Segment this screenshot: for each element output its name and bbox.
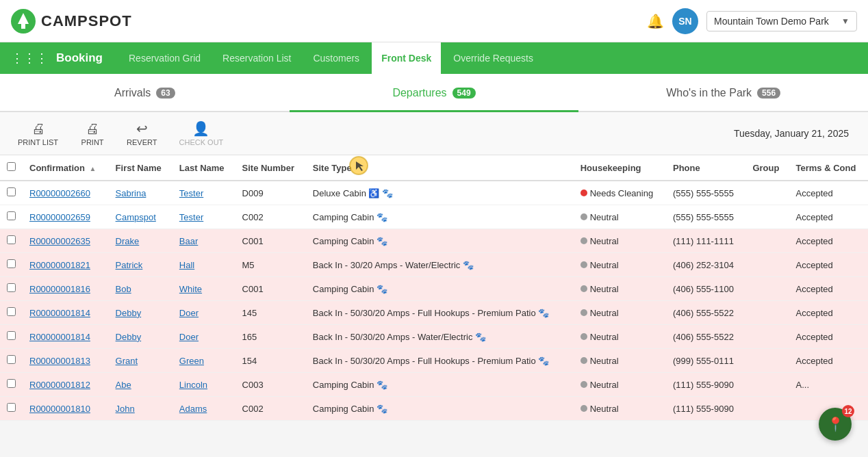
header-confirmation[interactable]: Confirmation ▲ xyxy=(23,155,109,181)
row-checkbox[interactable] xyxy=(7,307,16,316)
confirmation-link[interactable]: R00000001810 xyxy=(29,404,90,414)
row-checkbox[interactable] xyxy=(7,259,16,268)
nav-item-customers[interactable]: Customers xyxy=(303,42,369,74)
first-name-link[interactable]: Abe xyxy=(116,380,131,390)
grid-icon[interactable]: ⋮⋮⋮ xyxy=(11,51,48,66)
row-checkbox-cell[interactable] xyxy=(0,349,23,373)
chevron-down-icon: ▼ xyxy=(841,16,850,26)
cell-last-name: Tester xyxy=(173,205,235,229)
first-name-link[interactable]: Drake xyxy=(116,236,140,246)
logo-area: CAMPSPOT xyxy=(11,9,132,34)
nav-item-reservation-list[interactable]: Reservation List xyxy=(213,42,301,74)
table-row: R00000001814DebbyDoer145Back In - 50/30/… xyxy=(0,301,868,325)
check-out-button[interactable]: 👤 CHECK OUT xyxy=(170,116,233,151)
tab-arrivals[interactable]: Arrivals 63 xyxy=(0,75,290,112)
row-checkbox[interactable] xyxy=(7,331,16,340)
last-name-link[interactable]: Doer xyxy=(179,308,199,318)
header-terms[interactable]: Terms & Cond xyxy=(789,155,868,181)
print-label: PRINT xyxy=(81,138,104,146)
row-checkbox-cell[interactable] xyxy=(0,253,23,277)
row-checkbox-cell[interactable] xyxy=(0,181,23,205)
row-checkbox-cell[interactable] xyxy=(0,205,23,229)
header-phone[interactable]: Phone xyxy=(666,155,745,181)
header-site-type[interactable]: Site Type xyxy=(306,155,574,181)
row-checkbox[interactable] xyxy=(7,355,16,364)
cell-site-number: 165 xyxy=(235,325,306,349)
first-name-link[interactable]: Sabrina xyxy=(116,188,146,198)
first-name-link[interactable]: John xyxy=(116,404,135,414)
cell-last-name: White xyxy=(173,277,235,301)
first-name-link[interactable]: Bob xyxy=(116,284,131,294)
avatar[interactable]: SN xyxy=(672,8,698,34)
table-row: R00000001813GrantGreen154Back In - 50/30… xyxy=(0,349,868,373)
last-name-link[interactable]: Baar xyxy=(179,236,198,246)
last-name-link[interactable]: Lincoln xyxy=(179,380,207,390)
tabs: Arrivals 63 Departures 549 Who's in the … xyxy=(0,74,868,112)
cell-group xyxy=(745,301,789,325)
first-name-link[interactable]: Debby xyxy=(116,332,142,342)
row-checkbox-cell[interactable] xyxy=(0,373,23,397)
cell-group xyxy=(745,397,789,421)
last-name-link[interactable]: Tester xyxy=(179,188,203,198)
header-housekeeping[interactable]: Housekeeping xyxy=(574,155,666,181)
row-checkbox[interactable] xyxy=(7,379,16,388)
tab-whos-in-park[interactable]: Who's in the Park 556 xyxy=(578,75,868,112)
cell-confirmation: R00000001816 xyxy=(23,277,109,301)
confirmation-link[interactable]: R00000001812 xyxy=(29,380,90,390)
print-button[interactable]: 🖨 PRINT xyxy=(71,117,114,151)
nav-item-override-requests[interactable]: Override Requests xyxy=(444,42,543,74)
row-checkbox[interactable] xyxy=(7,187,16,196)
first-name-link[interactable]: Grant xyxy=(116,356,138,366)
header-first-name[interactable]: First Name xyxy=(109,155,173,181)
cell-phone: (406) 555-5522 xyxy=(666,325,745,349)
row-checkbox[interactable] xyxy=(7,235,16,244)
map-pin-badge: 12 xyxy=(842,405,854,417)
header-checkbox-cell xyxy=(0,155,23,181)
row-checkbox[interactable] xyxy=(7,211,16,220)
last-name-link[interactable]: Tester xyxy=(179,212,203,222)
nav-item-reservation-grid[interactable]: Reservation Grid xyxy=(119,42,210,74)
housekeeping-status: Neutral xyxy=(590,356,619,366)
last-name-link[interactable]: Green xyxy=(179,356,204,366)
confirmation-link[interactable]: R00000001814 xyxy=(29,308,90,318)
first-name-link[interactable]: Debby xyxy=(116,308,142,318)
last-name-link[interactable]: Doer xyxy=(179,332,199,342)
last-name-link[interactable]: Hall xyxy=(179,260,194,270)
print-list-icon: 🖨 xyxy=(31,121,45,137)
confirmation-link[interactable]: R00000002659 xyxy=(29,212,90,222)
park-selector[interactable]: Mountain Town Demo Park ▼ xyxy=(706,11,857,31)
cell-housekeeping: Needs Cleaning xyxy=(574,181,666,205)
row-checkbox-cell[interactable] xyxy=(0,301,23,325)
row-checkbox-cell[interactable] xyxy=(0,277,23,301)
row-checkbox-cell[interactable] xyxy=(0,229,23,253)
bell-icon[interactable]: 🔔 xyxy=(647,14,664,29)
last-name-link[interactable]: White xyxy=(179,284,202,294)
first-name-link[interactable]: Patrick xyxy=(116,260,143,270)
nav-item-front-desk[interactable]: Front Desk xyxy=(372,42,441,74)
revert-button[interactable]: ↩ REVERT xyxy=(117,116,166,151)
confirmation-link[interactable]: R00000002660 xyxy=(29,188,90,198)
print-list-button[interactable]: 🖨 PRINT LIST xyxy=(8,117,68,151)
cell-site-type: Camping Cabin 🐾 xyxy=(306,205,574,229)
confirmation-link[interactable]: R00000001813 xyxy=(29,356,90,366)
header-last-name[interactable]: Last Name xyxy=(173,155,235,181)
confirmation-link[interactable]: R00000001814 xyxy=(29,332,90,342)
confirmation-link[interactable]: R00000001821 xyxy=(29,260,90,270)
confirmation-link[interactable]: R00000001816 xyxy=(29,284,90,294)
row-checkbox[interactable] xyxy=(7,283,16,292)
header-site-number[interactable]: Site Number xyxy=(235,155,306,181)
cell-confirmation: R00000001814 xyxy=(23,301,109,325)
header-group[interactable]: Group xyxy=(745,155,789,181)
row-checkbox-cell[interactable] xyxy=(0,397,23,421)
notification-bell[interactable]: 🔔 xyxy=(647,13,664,29)
confirmation-link[interactable]: R00000002635 xyxy=(29,236,90,246)
first-name-link[interactable]: Campspot xyxy=(116,212,156,222)
topbar-right: 🔔 SN Mountain Town Demo Park ▼ xyxy=(647,8,857,34)
last-name-link[interactable]: Adams xyxy=(179,404,207,414)
tab-departures[interactable]: Departures 549 xyxy=(290,75,579,112)
select-all-checkbox[interactable] xyxy=(7,162,16,171)
cell-site-type: Deluxe Cabin ♿ 🐾 xyxy=(306,181,574,205)
row-checkbox[interactable] xyxy=(7,403,16,412)
row-checkbox-cell[interactable] xyxy=(0,325,23,349)
cell-group xyxy=(745,373,789,397)
